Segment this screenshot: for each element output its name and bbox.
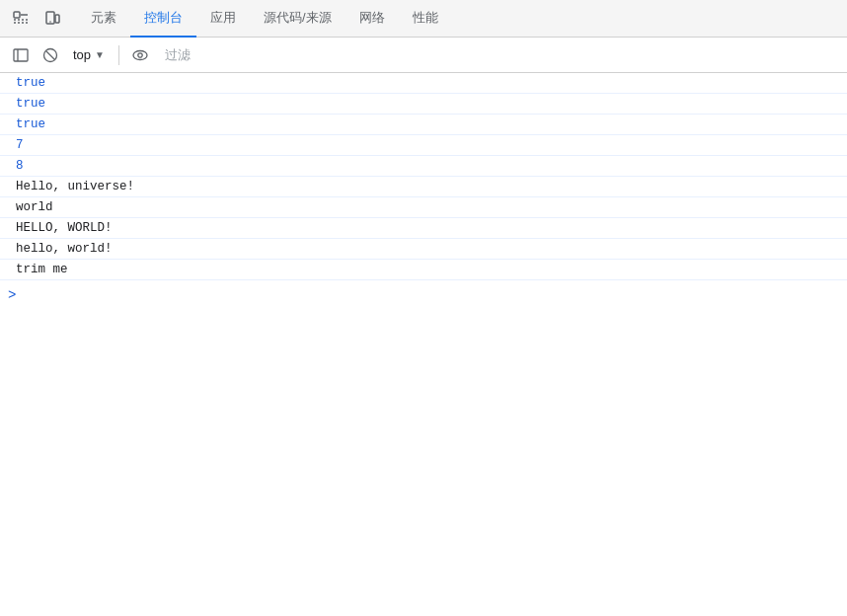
console-row: Hello, universe! bbox=[0, 177, 847, 197]
tab-performance[interactable]: 性能 bbox=[399, 0, 452, 38]
tab-sources[interactable]: 源代码/来源 bbox=[250, 0, 346, 38]
console-output: truetruetrue78Hello, universe!worldHELLO… bbox=[0, 73, 847, 616]
console-prompt: > bbox=[0, 280, 847, 309]
console-toolbar: top ▼ bbox=[0, 38, 847, 73]
context-selector[interactable]: top ▼ bbox=[67, 45, 111, 64]
tab-application[interactable]: 应用 bbox=[196, 0, 250, 38]
tab-network[interactable]: 网络 bbox=[346, 0, 399, 38]
inspect-element-icon[interactable] bbox=[8, 6, 34, 32]
svg-rect-5 bbox=[55, 15, 59, 23]
console-row: 8 bbox=[0, 156, 847, 177]
tab-console[interactable]: 控制台 bbox=[130, 0, 196, 38]
tab-elements[interactable]: 元素 bbox=[77, 0, 130, 38]
sidebar-toggle-button[interactable] bbox=[8, 42, 34, 68]
tab-bar: 元素 控制台 应用 源代码/来源 网络 性能 bbox=[0, 0, 847, 38]
svg-point-11 bbox=[133, 50, 147, 59]
svg-line-10 bbox=[46, 50, 55, 59]
console-row: true bbox=[0, 115, 847, 135]
device-toggle-icon[interactable] bbox=[39, 6, 65, 32]
toolbar-divider bbox=[118, 45, 119, 65]
console-row: true bbox=[0, 73, 847, 94]
context-dropdown-arrow: ▼ bbox=[95, 49, 105, 60]
svg-point-12 bbox=[138, 52, 142, 56]
console-row: HELLO, WORLD! bbox=[0, 218, 847, 239]
clear-console-button[interactable] bbox=[38, 42, 63, 68]
console-row: world bbox=[0, 197, 847, 218]
console-row: trim me bbox=[0, 260, 847, 280]
svg-rect-0 bbox=[14, 12, 20, 18]
svg-point-6 bbox=[49, 21, 51, 23]
console-row: hello, world! bbox=[0, 239, 847, 260]
console-row: 7 bbox=[0, 135, 847, 156]
tab-icons bbox=[8, 6, 65, 32]
prompt-arrow-icon: > bbox=[8, 287, 16, 303]
context-label: top bbox=[73, 47, 91, 62]
eye-icon-button[interactable] bbox=[127, 42, 153, 68]
svg-rect-7 bbox=[14, 49, 28, 61]
filter-input[interactable] bbox=[157, 42, 839, 68]
console-row: true bbox=[0, 94, 847, 115]
